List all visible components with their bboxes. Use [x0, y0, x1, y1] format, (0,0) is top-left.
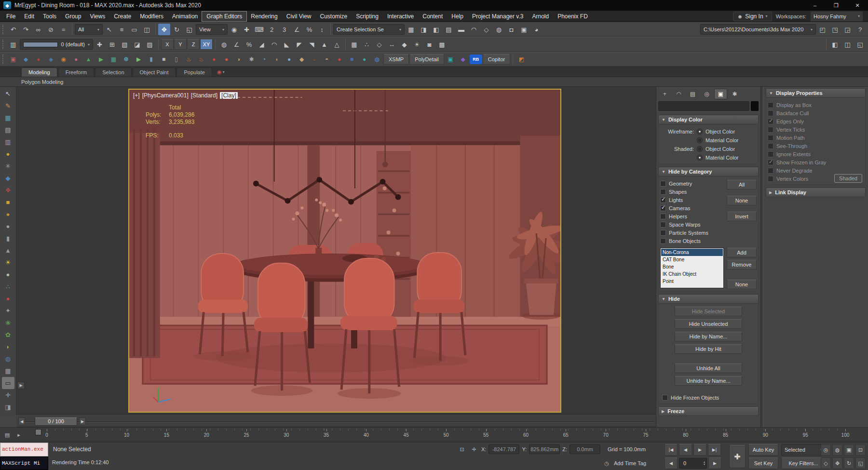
plugin-icon-30[interactable]: ◍	[371, 54, 383, 65]
hide-button[interactable]: Hide by Hit	[675, 344, 742, 354]
plugin-icon-9[interactable]: ▦	[108, 54, 120, 65]
leaf-icon[interactable]: ✿	[2, 329, 14, 341]
inset-icon[interactable]: ▲	[318, 39, 330, 50]
workspace-dropdown[interactable]: Hosny Fahmy ▾	[810, 11, 863, 22]
wireframe-material-color-radio[interactable]: Material Color	[660, 136, 757, 145]
rollout-header-hide[interactable]: ▼ Hide	[658, 294, 759, 304]
category-checkbox[interactable]: Space Warps	[660, 220, 724, 228]
play-button[interactable]: ▶	[693, 444, 706, 456]
edit-named-sets-icon[interactable]: ▦	[405, 24, 417, 35]
select-and-scale-icon[interactable]: ◱	[183, 24, 195, 35]
rollout-header-hide-by-category[interactable]: ▼ Hide by Category	[658, 167, 759, 176]
viewport-mode-label[interactable]: [Clay]	[220, 92, 238, 99]
cylinder-icon[interactable]: ▮	[2, 232, 14, 244]
selection-filter-dropdown[interactable]: All ▾	[75, 24, 103, 35]
shaded-material-color-radio[interactable]: Material Color	[660, 153, 757, 162]
display-property-checkbox[interactable]: See-Through	[768, 142, 864, 150]
select-and-rotate-icon[interactable]: ↻	[171, 24, 183, 35]
select-cursor-icon[interactable]: ↖	[2, 88, 14, 100]
active-tool-icon[interactable]: ▭	[2, 377, 14, 389]
help-icon[interactable]: ?	[854, 24, 866, 35]
current-frame-field[interactable]: 0 ▴▾	[679, 458, 707, 469]
plugin-icon-19[interactable]: ◗	[233, 54, 245, 65]
percent-snap-icon[interactable]: %	[303, 24, 315, 35]
plugin-icon-13[interactable]: ■	[158, 54, 170, 65]
plugin-icon-1[interactable]: ▣	[7, 54, 19, 65]
category-list-item[interactable]: Bone	[661, 263, 723, 270]
wireframe-object-color-radio[interactable]: Wireframe: Object Color	[660, 127, 757, 136]
ribbon-tab[interactable]: Populate	[176, 67, 212, 77]
select-and-manipulate-icon[interactable]: ✚	[241, 24, 253, 35]
schematic-view-icon[interactable]: ◇	[480, 24, 492, 35]
category-button[interactable]: Invert	[727, 212, 757, 221]
swift-loop-icon[interactable]: ◠	[268, 39, 280, 50]
plugin-icon-7[interactable]: ▲	[82, 54, 95, 65]
category-list-button[interactable]: Add	[727, 248, 757, 257]
category-list-button[interactable]: Remove	[727, 260, 757, 269]
listener-line[interactable]: MAXScript Mi	[0, 457, 48, 470]
palette-icon[interactable]: ◗	[2, 341, 14, 353]
angle-snap-icon[interactable]: ∠	[291, 24, 303, 35]
plugin-icon-17[interactable]: ●	[208, 54, 220, 65]
spinner-snap-icon[interactable]: ↕	[316, 24, 328, 35]
hide-button[interactable]: Unhide by Name...	[675, 376, 742, 386]
next-frame-button[interactable]: ▶	[708, 457, 721, 469]
create-tab-icon[interactable]: +	[658, 89, 671, 99]
z-constraint-button[interactable]: Z	[187, 39, 200, 50]
rollout-header-display-color[interactable]: ▼ Display Color	[658, 115, 759, 124]
plugin-icon-21[interactable]: ◔	[258, 54, 270, 65]
time-slider-handle[interactable]: 0 / 100	[35, 417, 77, 426]
previous-frame-button[interactable]: ◀	[665, 457, 678, 469]
toolbar-grip[interactable]	[2, 54, 5, 64]
ribbon-tab[interactable]: Freeform	[58, 67, 95, 77]
display-property-checkbox[interactable]: Show Frozen in Gray	[768, 158, 864, 166]
sphere-silver-icon[interactable]: ●	[2, 269, 14, 281]
spacing-tool-icon[interactable]: ∴	[361, 39, 373, 50]
motion-tab-icon[interactable]: ◎	[700, 89, 713, 99]
zoom-extents-icon[interactable]: ▣	[844, 444, 854, 456]
camera-viewport[interactable]: [+] [PhysCamera001] [Standard] [Clay] To…	[128, 89, 561, 413]
modify-tab-icon[interactable]: ◠	[672, 89, 685, 99]
menu-item[interactable]: Animation	[168, 12, 202, 21]
x-constraint-button[interactable]: X	[161, 39, 174, 50]
plugin-icon-18[interactable]: ●	[220, 54, 232, 65]
display-property-checkbox[interactable]: Backface Cull	[768, 109, 864, 117]
snap-toggle-2d-icon[interactable]: 2	[266, 24, 278, 35]
menu-item[interactable]: Civil View	[282, 12, 316, 21]
viewport-camera-label[interactable]: [PhysCamera001]	[142, 92, 189, 99]
rollout-header-link-display[interactable]: ▶ Link Display	[766, 188, 866, 197]
radio-icon[interactable]	[697, 137, 703, 143]
sign-in-button[interactable]: ☻ Sign In ▾	[733, 12, 772, 21]
menu-item[interactable]: Views	[85, 12, 109, 21]
y-constraint-button[interactable]: Y	[174, 39, 187, 50]
viewport-layout-icon[interactable]: ◫	[841, 39, 854, 50]
ribbon-toggle-icon[interactable]: ▬	[455, 24, 467, 35]
plugin-purple-icon[interactable]: ◆	[457, 54, 469, 65]
reference-coordinate-dropdown[interactable]: View ▾	[196, 24, 228, 35]
snap-toggle-3d-icon[interactable]: 3	[278, 24, 290, 35]
array-tool-icon[interactable]: ▦	[348, 39, 360, 50]
keyboard-override-icon[interactable]: ⌨	[253, 24, 265, 35]
transform-gizmo-icon[interactable]: ✛	[469, 444, 479, 454]
display-property-checkbox[interactable]: Never Degrade	[768, 166, 864, 175]
menu-item[interactable]: Group	[61, 12, 85, 21]
percent-snap-alt-icon[interactable]: %	[243, 39, 255, 50]
ribbon-config-icon[interactable]: ◉	[217, 69, 222, 75]
category-list[interactable]: Non-CoronaCAT BoneBoneIK Chain ObjectPoi…	[660, 248, 724, 288]
named-selection-sets-dropdown[interactable]: Create Selection Se ▾	[333, 24, 405, 35]
layer-explorer-icon[interactable]: ▤	[443, 24, 455, 35]
category-list-item[interactable]: Non-Corona	[661, 249, 723, 256]
plugin-icon-2[interactable]: ◆	[20, 54, 32, 65]
select-and-link-icon[interactable]: ∞	[32, 24, 44, 35]
category-checkbox[interactable]: Geometry	[660, 179, 724, 188]
angle-snap-alt-icon[interactable]: ∠	[231, 39, 243, 50]
x-coordinate-field[interactable]: -8247.787	[488, 444, 519, 454]
cone-icon[interactable]: ▲	[2, 244, 14, 256]
viewport-menu-label[interactable]: [+]	[133, 92, 140, 99]
material-editor-icon[interactable]: ◍	[493, 24, 505, 35]
hide-frozen-checkbox[interactable]: Hide Frozen Objects	[660, 393, 757, 402]
stack-icon[interactable]: ▥	[2, 136, 14, 148]
undo-icon[interactable]: ↶	[7, 24, 19, 35]
category-checkbox[interactable]: Helpers	[660, 212, 724, 220]
xy-constraint-button[interactable]: XY	[200, 39, 213, 50]
